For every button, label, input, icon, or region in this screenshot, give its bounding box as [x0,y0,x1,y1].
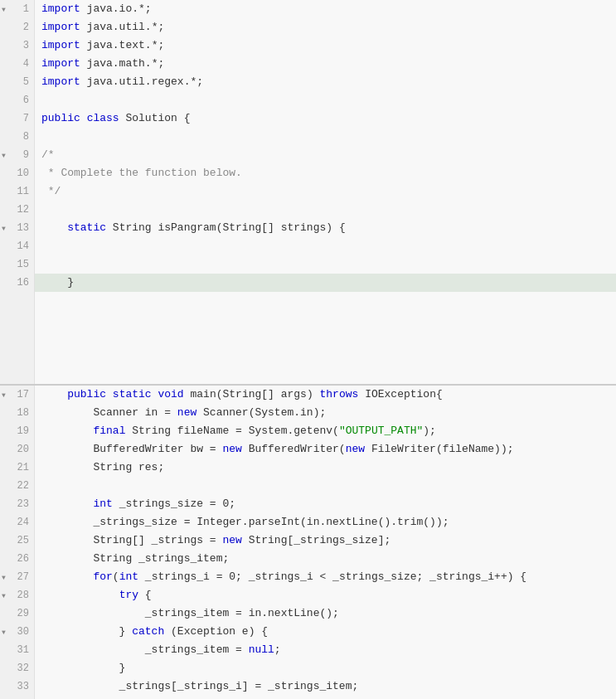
code-token: } [41,623,132,641]
editor-container: ▼12345678▼9101112▼13141516 import java.i… [0,0,616,699]
code-token [80,109,87,128]
line-number: 33 [0,677,34,696]
code-line[interactable]: import java.text.*; [35,36,616,55]
code-token: Scanner in = [41,404,177,422]
fold-arrow-icon[interactable]: ▼ [2,574,6,581]
code-line[interactable]: Scanner in = new Scanner(System.in); [35,404,616,422]
line-number: 14 [0,237,34,255]
code-line[interactable]: final String fileName = System.getenv("O… [35,422,616,440]
code-line[interactable]: */ [35,182,616,201]
code-line[interactable]: int _strings_size = 0; [35,495,616,513]
fold-arrow-icon[interactable]: ▼ [2,152,6,159]
code-line[interactable]: try { [35,586,616,604]
code-line[interactable]: public static void main(String[] args) t… [35,386,616,404]
line-number: 23 [0,495,34,513]
code-token: try [119,586,138,604]
code-token: static [67,219,106,237]
code-token [41,495,93,513]
code-line[interactable]: String _strings_item; [35,550,616,568]
code-line[interactable] [35,477,616,495]
code-line[interactable]: } [35,274,616,292]
line-number: 3 [0,36,34,55]
code-token: */ [41,182,61,201]
line-number: ▼9 [0,146,34,164]
code-line[interactable]: import java.io.*; [35,0,616,18]
fold-arrow-icon[interactable]: ▼ [2,391,6,399]
code-token: _strings_item = [41,641,249,659]
code-token: FileWriter(fileName)); [365,440,513,459]
code-line[interactable] [35,201,616,219]
line-number: 8 [0,128,34,146]
code-line[interactable]: } [35,659,616,677]
code-token [41,422,93,440]
code-token: (Exception e) { [164,623,268,641]
code-content-bottom[interactable]: public static void main(String[] args) t… [35,386,616,699]
code-token: void [158,386,183,404]
code-token: String _strings_item; [41,550,229,568]
code-token: _strings_size = Integer.parseInt(in.next… [41,513,449,532]
code-line[interactable]: * Complete the function below. [35,164,616,182]
code-line[interactable]: BufferedWriter bw = new BufferedWriter(n… [35,440,616,459]
code-line[interactable] [35,237,616,255]
code-token: _strings_i = 0; _strings_i < _strings_si… [138,568,526,586]
code-token: } [41,274,74,292]
code-line[interactable]: _strings_item = null; [35,641,616,659]
code-token: } [41,659,125,677]
code-token: IOException{ [358,386,442,404]
code-line[interactable]: String res; [35,459,616,477]
code-content-top[interactable]: import java.io.*;import java.util.*;impo… [35,0,616,384]
code-line[interactable]: _strings_item = in.nextLine(); [35,604,616,623]
code-token [41,568,93,586]
code-line[interactable]: public class Solution { [35,109,616,128]
fold-arrow-icon[interactable]: ▼ [2,6,6,13]
code-token: Solution { [119,109,191,128]
code-line[interactable]: import java.util.regex.*; [35,73,616,91]
code-token: import [41,55,80,73]
code-line[interactable]: _strings[_strings_i] = _strings_item; [35,677,616,696]
line-number: 18 [0,404,34,422]
line-number: 25 [0,532,34,550]
code-line[interactable] [35,91,616,109]
code-token: ; [274,641,281,659]
code-token: class [87,109,119,128]
line-number: 32 [0,659,34,677]
line-number: 2 [0,18,34,36]
code-token: static [113,386,152,404]
bottom-panel[interactable]: ▼17181920212223242526▼27▼2829▼30313233 p… [0,386,616,699]
line-number: ▼27 [0,568,34,586]
line-number: 10 [0,164,34,182]
code-token [152,386,158,404]
code-line[interactable]: _strings_size = Integer.parseInt(in.next… [35,513,616,532]
code-line[interactable] [35,128,616,146]
code-token: main(String[] args) [184,386,320,404]
code-line[interactable]: String[] _strings = new String[_strings_… [35,532,616,550]
code-token: "OUTPUT_PATH" [339,422,423,440]
line-number: 26 [0,550,34,568]
code-token: catch [132,623,164,641]
code-line[interactable]: import java.util.*; [35,18,616,36]
line-number: 6 [0,91,34,109]
code-line[interactable]: for(int _strings_i = 0; _strings_i < _st… [35,568,616,586]
fold-arrow-icon[interactable]: ▼ [2,629,6,636]
code-token: new [222,440,241,459]
line-number: 5 [0,73,34,91]
fold-arrow-icon[interactable]: ▼ [2,592,6,599]
code-line[interactable]: import java.math.*; [35,55,616,73]
code-line[interactable]: /* [35,146,616,164]
code-token: java.text.*; [80,36,164,55]
code-token: null [249,641,274,659]
code-token [41,586,119,604]
code-token: int [93,495,112,513]
code-token: ); [423,422,436,440]
code-token: new [222,532,241,550]
code-line[interactable] [35,255,616,274]
line-number: 19 [0,422,34,440]
line-number: 15 [0,255,34,274]
code-line[interactable]: static String isPangram(String[] strings… [35,219,616,237]
line-number: 16 [0,274,34,292]
top-panel[interactable]: ▼12345678▼9101112▼13141516 import java.i… [0,0,616,386]
line-number: 7 [0,109,34,128]
code-token: String[] _strings = [41,532,222,550]
code-line[interactable]: } catch (Exception e) { [35,623,616,641]
fold-arrow-icon[interactable]: ▼ [2,225,6,232]
